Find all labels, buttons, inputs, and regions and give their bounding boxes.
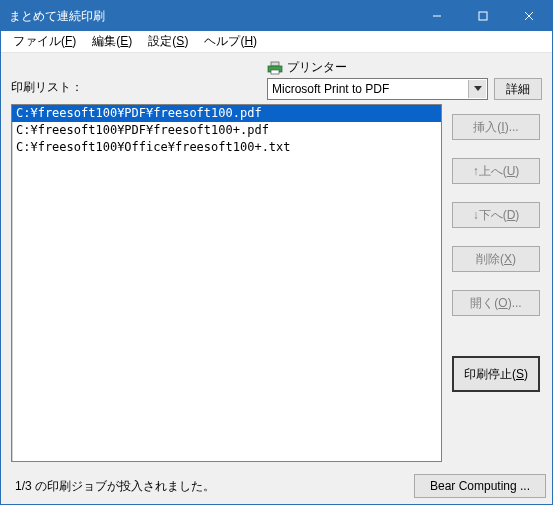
open-label: 開く(O)... [470,295,521,312]
stop-print-button[interactable]: 印刷停止(S) [452,356,540,392]
menu-settings[interactable]: 設定(S) [140,31,196,52]
printer-label-row: プリンター [267,59,542,76]
printer-select-row: Microsoft Print to PDF 詳細 [267,78,542,100]
footer: 1/3 の印刷ジョブが投入されました。 Bear Computing ... [1,468,552,504]
delete-label: 削除(X) [476,251,516,268]
list-item[interactable]: C:¥freesoft100¥Office¥freesoft100+.txt [12,139,441,156]
printer-detail-button[interactable]: 詳細 [494,78,542,100]
window-title: まとめて連続印刷 [9,8,414,25]
move-down-button[interactable]: ↓下へ(D) [452,202,540,228]
brand-button[interactable]: Bear Computing ... [414,474,546,498]
printer-detail-label: 詳細 [506,81,530,98]
side-buttons: 挿入(I)... ↑上へ(U) ↓下へ(D) 削除(X) 開く(O)... 印刷… [452,104,542,462]
svg-rect-6 [271,70,279,74]
insert-button[interactable]: 挿入(I)... [452,114,540,140]
down-label: ↓下へ(D) [473,207,520,224]
up-label: ↑上へ(U) [473,163,520,180]
titlebar: まとめて連続印刷 [1,1,552,31]
menu-edit[interactable]: 編集(E) [84,31,140,52]
menu-help[interactable]: ヘルプ(H) [196,31,265,52]
printer-icon [267,61,283,75]
minimize-button[interactable] [414,1,460,31]
app-window: まとめて連続印刷 ファイル(F) 編集(E) 設定(S) ヘルプ(H) 印刷リス… [0,0,553,505]
close-button[interactable] [506,1,552,31]
printer-select[interactable]: Microsoft Print to PDF [267,78,488,100]
window-controls [414,1,552,31]
list-item[interactable]: C:¥freesoft100¥PDF¥freesoft100.pdf [12,105,441,122]
print-list[interactable]: C:¥freesoft100¥PDF¥freesoft100.pdfC:¥fre… [11,104,442,462]
open-button[interactable]: 開く(O)... [452,290,540,316]
print-list-label: 印刷リスト： [11,79,261,100]
delete-button[interactable]: 削除(X) [452,246,540,272]
top-row: 印刷リスト： プリンター Microsoft Print to PDF [11,59,542,100]
printer-block: プリンター Microsoft Print to PDF 詳細 [267,59,542,100]
status-text: 1/3 の印刷ジョブが投入されました。 [15,478,414,495]
menubar: ファイル(F) 編集(E) 設定(S) ヘルプ(H) [1,31,552,53]
insert-label: 挿入(I)... [473,119,518,136]
list-item[interactable]: C:¥freesoft100¥PDF¥freesoft100+.pdf [12,122,441,139]
chevron-down-icon [468,80,486,98]
move-up-button[interactable]: ↑上へ(U) [452,158,540,184]
printer-selected-value: Microsoft Print to PDF [272,82,389,96]
client-area: 印刷リスト： プリンター Microsoft Print to PDF [1,53,552,468]
main-row: C:¥freesoft100¥PDF¥freesoft100.pdfC:¥fre… [11,104,542,462]
svg-rect-4 [271,62,279,66]
stop-label: 印刷停止(S) [464,366,528,383]
maximize-button[interactable] [460,1,506,31]
brand-label: Bear Computing ... [430,479,530,493]
printer-label: プリンター [287,59,347,76]
svg-rect-1 [479,12,487,20]
svg-marker-7 [474,86,482,91]
menu-file[interactable]: ファイル(F) [5,31,84,52]
